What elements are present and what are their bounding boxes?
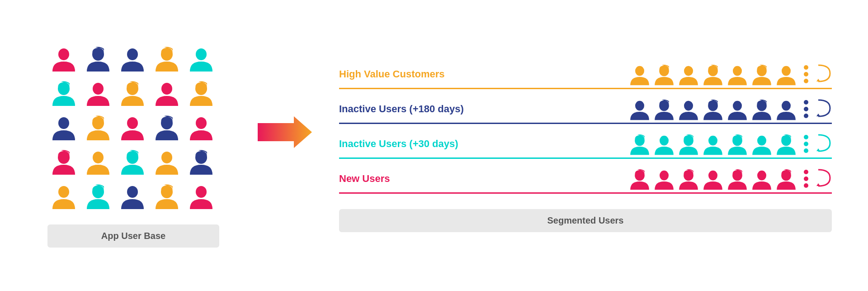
segment-dot [804,65,808,70]
segment-dot [804,177,808,181]
segment-dots [800,100,812,118]
segment-icons [520,98,797,120]
segment-label: Inactive Users (+180 days) [339,103,520,115]
user-icon [117,112,148,143]
segment-user-icon [750,133,772,155]
svg-point-30 [733,66,742,76]
segment-dot [804,114,808,118]
segment-user-icon [775,168,797,190]
right-arrow-icon [258,114,312,150]
segment-user-icon [750,63,772,85]
segment-user-icon [726,133,748,155]
user-grid [48,43,218,214]
user-icon [186,147,217,177]
right-panel: High Value Customers [339,59,832,232]
user-icon [83,78,113,109]
segment-dots [800,170,812,188]
svg-point-14 [196,117,207,129]
svg-point-55 [757,171,766,181]
user-icon [48,147,79,177]
user-icon [186,78,217,109]
segment-dot [804,72,808,76]
segment-user-icon [702,98,723,120]
user-icon [48,78,79,109]
svg-point-28 [684,66,693,76]
segment-user-icon [653,168,675,190]
segment-dot [804,135,808,139]
segment-label: Inactive Users (+30 days) [339,138,520,150]
user-icon [117,78,148,109]
segment-user-icon [702,133,723,155]
segment-icons [520,133,797,155]
user-icon [151,147,182,177]
user-icon [48,112,79,143]
segment-dots [800,135,812,153]
svg-point-22 [127,186,138,198]
svg-point-32 [782,66,791,76]
user-icon [83,112,113,143]
user-icon [48,181,79,212]
user-icon [117,181,148,212]
user-icon [83,147,113,177]
segment-user-icon [702,168,723,190]
segment-user-icon [726,63,748,85]
segment-user-icon [677,63,699,85]
svg-point-47 [757,136,766,146]
segment-row: Inactive Users (+180 days) [339,94,832,124]
user-icon [186,43,217,74]
svg-point-20 [58,186,69,198]
svg-point-53 [708,171,717,181]
segments-area: High Value Customers [339,59,832,198]
left-panel: App User Base [36,43,231,248]
segment-icons [520,63,797,85]
svg-point-4 [196,48,207,60]
segment-dot [804,100,808,105]
segment-dots [800,65,812,83]
segment-row: Inactive Users (+30 days) [339,129,832,159]
segment-dot [804,183,808,188]
segmented-users-label: Segmented Users [339,209,832,232]
segment-dot [804,142,808,146]
segment-user-icon [726,98,748,120]
svg-marker-57 [816,183,820,186]
svg-point-34 [635,101,644,111]
user-icon [186,112,217,143]
segment-user-icon [628,98,650,120]
segment-user-icon [750,168,772,190]
segment-user-icon [726,168,748,190]
svg-marker-49 [816,148,820,151]
svg-marker-41 [816,114,820,116]
segment-label: New Users [339,173,520,185]
segment-dot [804,170,808,174]
segment-dot [804,148,808,153]
svg-point-12 [127,117,138,129]
segment-user-icon [677,168,699,190]
segment-user-icon [628,168,650,190]
segment-user-icon [628,133,650,155]
curve-arrow-icon [816,98,832,120]
user-icon [151,181,182,212]
segment-user-icon [653,133,675,155]
segment-dot [804,79,808,83]
svg-point-2 [127,48,138,60]
user-icon [83,181,113,212]
segment-user-icon [775,98,797,120]
user-icon [151,43,182,74]
user-icon [151,112,182,143]
user-icon [151,78,182,109]
segment-user-icon [653,98,675,120]
svg-point-8 [161,83,172,95]
user-icon [117,43,148,74]
user-icon [117,147,148,177]
curve-arrow-icon [816,168,832,190]
svg-point-36 [684,101,693,111]
svg-point-16 [93,152,104,163]
main-container: App User Base High Value Customers [36,14,832,277]
svg-point-24 [196,186,207,198]
svg-point-18 [161,152,172,163]
svg-point-40 [782,101,791,111]
segment-dot [804,107,808,111]
segment-row: New Users [339,163,832,194]
svg-point-10 [58,117,69,129]
segment-user-icon [628,63,650,85]
